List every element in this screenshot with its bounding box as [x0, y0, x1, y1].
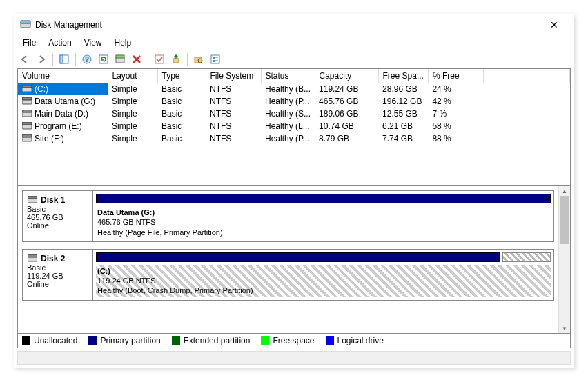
- volume-name: Main Data (D:): [35, 109, 88, 119]
- svg-rect-14: [211, 55, 219, 63]
- svg-rect-3: [60, 55, 63, 63]
- volume-name: Program (E:): [35, 121, 82, 131]
- svg-rect-22: [22, 97, 32, 100]
- svg-rect-26: [22, 122, 32, 125]
- col-status[interactable]: Status: [261, 69, 315, 83]
- table-row[interactable]: (C:)SimpleBasicNTFSHealthy (B...119.24 G…: [18, 83, 570, 95]
- legend-primary: Primary partition: [100, 336, 160, 345]
- cell-status: Healthy (L...: [261, 120, 315, 132]
- disk-info: Disk 1Basic465.76 GBOnline: [23, 191, 93, 241]
- col-type[interactable]: Type: [157, 69, 206, 83]
- col-free[interactable]: Free Spa...: [378, 69, 428, 83]
- table-row[interactable]: Data Utama (G:)SimpleBasicNTFSHealthy (P…: [18, 95, 570, 108]
- toolbar: ?: [14, 50, 574, 68]
- volume-name: Site (F:): [35, 134, 64, 143]
- volume-name: Data Utama (G:): [35, 97, 95, 106]
- cell-fs: NTFS: [206, 132, 261, 145]
- help-button[interactable]: ?: [79, 52, 95, 67]
- cell-pct: 88 %: [428, 132, 483, 145]
- svg-rect-28: [22, 134, 32, 137]
- legend-extended: Extended partition: [184, 336, 251, 345]
- partition-name: Data Utama (G:): [97, 208, 549, 217]
- disk-icon: [27, 254, 38, 263]
- disk-title: Disk 2: [41, 254, 65, 263]
- cell-capacity: 119.24 GB: [315, 83, 378, 95]
- col-filesystem[interactable]: File System: [206, 69, 261, 83]
- titlebar: Disk Management ✕: [14, 14, 574, 35]
- col-pct[interactable]: % Free: [428, 69, 483, 83]
- volumes-pane: Volume Layout Type File System Status Ca…: [18, 69, 570, 186]
- show-hide-tree-button[interactable]: [57, 52, 72, 67]
- disk-block[interactable]: Disk 2Basic119.24 GBOnline(C:)119.24 GB …: [22, 249, 554, 301]
- cell-free: 28.96 GB: [378, 83, 428, 95]
- legend: Unallocated Primary partition Extended p…: [18, 333, 570, 348]
- svg-rect-32: [28, 254, 37, 257]
- cell-type: Basic: [157, 120, 206, 132]
- mount-button[interactable]: [168, 52, 184, 67]
- svg-rect-1: [21, 21, 30, 23]
- menu-help[interactable]: Help: [109, 37, 137, 49]
- menubar: File Action View Help: [14, 35, 574, 50]
- check-button[interactable]: [152, 52, 167, 67]
- svg-rect-9: [155, 55, 164, 63]
- cell-capacity: 465.76 GB: [315, 95, 378, 108]
- rescan-button[interactable]: [112, 52, 128, 67]
- drive-icon: [22, 110, 32, 118]
- refresh-button[interactable]: [96, 52, 111, 67]
- forward-button[interactable]: [34, 52, 49, 67]
- svg-rect-10: [173, 59, 179, 63]
- partition-info[interactable]: (C:)119.24 GB NTFSHealthy (Boot, Crash D…: [96, 265, 551, 297]
- scroll-thumb[interactable]: [560, 196, 569, 244]
- cell-layout: Simple: [108, 132, 157, 145]
- back-button[interactable]: [17, 52, 32, 67]
- disk-state: Online: [27, 221, 88, 230]
- disk-size: 465.76 GB: [27, 213, 88, 221]
- legend-logical: Logical drive: [337, 336, 384, 345]
- statusbar: [17, 351, 571, 365]
- legend-unallocated: Unallocated: [34, 336, 77, 345]
- table-row[interactable]: Site (F:)SimpleBasicNTFSHealthy (P...8.7…: [18, 132, 570, 145]
- legend-swatch-primary: [88, 336, 97, 345]
- svg-text:?: ?: [85, 56, 89, 63]
- legend-swatch-free: [261, 336, 269, 345]
- scroll-down-arrow[interactable]: ▼: [559, 323, 570, 333]
- vertical-scrollbar[interactable]: ▲ ▼: [558, 186, 570, 333]
- cell-free: 196.12 GB: [378, 95, 428, 108]
- legend-free: Free space: [273, 336, 314, 345]
- menu-file[interactable]: File: [17, 37, 41, 49]
- properties-button[interactable]: [208, 52, 223, 67]
- cell-capacity: 189.06 GB: [315, 108, 378, 120]
- col-volume[interactable]: Volume: [18, 69, 108, 83]
- partition-bar[interactable]: [96, 194, 551, 203]
- window-title: Disk Management: [35, 20, 540, 30]
- menu-action[interactable]: Action: [43, 37, 77, 49]
- col-layout[interactable]: Layout: [108, 69, 157, 83]
- cell-pct: 42 %: [428, 95, 483, 108]
- legend-swatch-unallocated: [22, 336, 30, 345]
- col-blank[interactable]: [483, 69, 569, 83]
- cell-type: Basic: [157, 95, 206, 108]
- cell-pct: 7 %: [428, 108, 483, 120]
- svg-rect-24: [22, 110, 32, 112]
- cell-capacity: 10.74 GB: [315, 120, 378, 132]
- close-button[interactable]: ✕: [540, 19, 568, 30]
- cell-fs: NTFS: [206, 120, 261, 132]
- cell-status: Healthy (P...: [261, 95, 315, 108]
- svg-rect-6: [99, 55, 108, 63]
- partition-info[interactable]: Data Utama (G:)465.76 GB NTFSHealthy (Pa…: [96, 206, 551, 239]
- search-folder-button[interactable]: [191, 52, 206, 67]
- menu-view[interactable]: View: [79, 37, 108, 49]
- scroll-up-arrow[interactable]: ▲: [559, 186, 570, 196]
- disks-pane: Disk 1Basic465.76 GBOnlineData Utama (G:…: [18, 186, 570, 333]
- col-capacity[interactable]: Capacity: [315, 69, 378, 83]
- table-row[interactable]: Main Data (D:)SimpleBasicNTFSHealthy (S.…: [18, 108, 570, 120]
- disk-type: Basic: [27, 263, 88, 272]
- delete-button[interactable]: [129, 52, 144, 67]
- volumes-table[interactable]: Volume Layout Type File System Status Ca…: [18, 69, 570, 145]
- svg-rect-15: [213, 57, 215, 59]
- disk-block[interactable]: Disk 1Basic465.76 GBOnlineData Utama (G:…: [22, 190, 554, 242]
- table-row[interactable]: Program (E:)SimpleBasicNTFSHealthy (L...…: [18, 120, 570, 132]
- cell-layout: Simple: [108, 120, 157, 132]
- cell-layout: Simple: [108, 108, 157, 120]
- partition-bar[interactable]: [96, 252, 551, 262]
